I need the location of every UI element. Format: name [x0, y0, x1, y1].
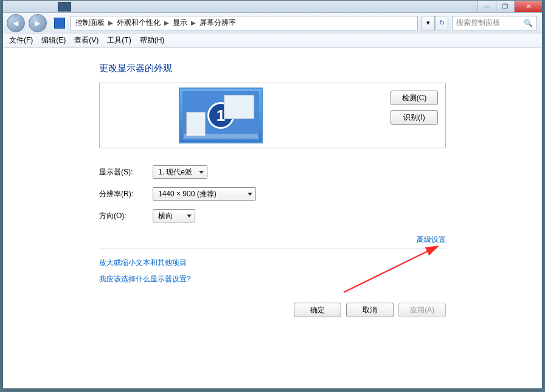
window-frame: — ❐ ✕ ◄ ► 控制面板 ▶ 外观和个性化 ▶ 显示 ▶ 屏幕分辨率 ▾ ↻… — [2, 0, 543, 389]
address-dropdown-button[interactable]: ▾ — [422, 16, 435, 30]
menu-tools[interactable]: 工具(T) — [107, 35, 131, 46]
breadcrumb[interactable]: 控制面板 ▶ 外观和个性化 ▶ 显示 ▶ 屏幕分辨率 — [70, 16, 418, 30]
thumb-icon — [58, 2, 71, 12]
display-dropdown[interactable]: 1. 现代e派 — [153, 165, 207, 179]
advanced-link-row: 高级设置 — [99, 233, 446, 245]
chevron-right-icon: ▶ — [162, 19, 172, 26]
titlebar: — ❐ ✕ — [3, 1, 542, 13]
settings-form: 显示器(S): 1. 现代e派 分辨率(R): 1440 × 900 (推荐) … — [99, 165, 542, 222]
zoom-text-link[interactable]: 放大或缩小文本和其他项目 — [99, 258, 542, 268]
advanced-settings-link[interactable]: 高级设置 — [417, 235, 446, 244]
divider — [99, 249, 446, 249]
address-icon — [54, 18, 65, 29]
nav-back-button[interactable]: ◄ — [7, 14, 25, 32]
search-placeholder: 搜索控制面板 — [456, 18, 500, 28]
menu-file[interactable]: 文件(F) — [9, 35, 33, 46]
label-resolution: 分辨率(R): — [99, 189, 153, 199]
taskbar-thumbs — [58, 2, 71, 12]
monitor-preview[interactable]: 1 — [179, 88, 263, 143]
orientation-dropdown[interactable]: 横向 — [153, 209, 195, 222]
apply-button[interactable]: 应用(A) — [398, 303, 446, 317]
monitor-desktop: 1 — [182, 91, 259, 140]
which-settings-link[interactable]: 我应该选择什么显示器设置? — [99, 274, 542, 284]
menu-view[interactable]: 查看(V) — [74, 35, 99, 46]
chevron-right-icon: ▶ — [189, 19, 198, 26]
search-icon[interactable]: 🔍 — [524, 19, 533, 27]
preview-taskbar-icon — [184, 134, 258, 139]
menubar: 文件(F) 编辑(E) 查看(V) 工具(T) 帮助(H) — [3, 33, 542, 48]
identify-button[interactable]: 识别(I) — [391, 110, 438, 125]
action-row: 确定 取消 应用(A) — [3, 303, 446, 317]
address-buttons: ▾ ↻ — [422, 16, 448, 30]
detect-button[interactable]: 检测(C) — [391, 91, 438, 105]
chevron-right-icon: ▶ — [106, 19, 116, 26]
maximize-button[interactable]: ❐ — [496, 1, 514, 12]
preview-side-buttons: 检测(C) 识别(I) — [391, 91, 438, 125]
preview-window-icon — [224, 95, 254, 119]
breadcrumb-item[interactable]: 外观和个性化 — [116, 18, 162, 28]
help-links: 放大或缩小文本和其他项目 我应该选择什么显示器设置? — [99, 258, 542, 284]
preview-window-icon — [186, 112, 206, 136]
label-orientation: 方向(O): — [99, 211, 153, 221]
menu-edit[interactable]: 编辑(E) — [41, 35, 66, 46]
page-title: 更改显示器的外观 — [99, 63, 542, 74]
close-button[interactable]: ✕ — [514, 1, 542, 12]
menu-help[interactable]: 帮助(H) — [140, 35, 165, 46]
breadcrumb-item[interactable]: 屏幕分辨率 — [198, 18, 237, 28]
label-display: 显示器(S): — [99, 167, 153, 177]
row-resolution: 分辨率(R): 1440 × 900 (推荐) — [99, 187, 542, 201]
nav-forward-button[interactable]: ► — [29, 14, 47, 32]
row-display: 显示器(S): 1. 现代e派 — [99, 165, 542, 179]
row-orientation: 方向(O): 横向 — [99, 209, 542, 222]
resolution-dropdown[interactable]: 1440 × 900 (推荐) — [153, 187, 256, 201]
breadcrumb-item[interactable]: 显示 — [172, 18, 189, 28]
refresh-button[interactable]: ↻ — [435, 16, 448, 30]
ok-button[interactable]: 确定 — [294, 303, 341, 317]
search-input[interactable]: 搜索控制面板 🔍 — [452, 16, 537, 30]
monitor-preview-box: 1 检测(C) 识别(I) — [99, 83, 446, 148]
minimize-button[interactable]: — — [477, 1, 496, 12]
cancel-button[interactable]: 取消 — [346, 303, 394, 317]
navbar: ◄ ► 控制面板 ▶ 外观和个性化 ▶ 显示 ▶ 屏幕分辨率 ▾ ↻ 搜索控制面… — [3, 13, 542, 33]
content-area: 更改显示器的外观 1 检测(C) 识别(I) 显示器(S): 1. 现代e派 — [3, 48, 542, 317]
breadcrumb-item[interactable]: 控制面板 — [74, 18, 106, 28]
window-controls: — ❐ ✕ — [477, 1, 542, 12]
